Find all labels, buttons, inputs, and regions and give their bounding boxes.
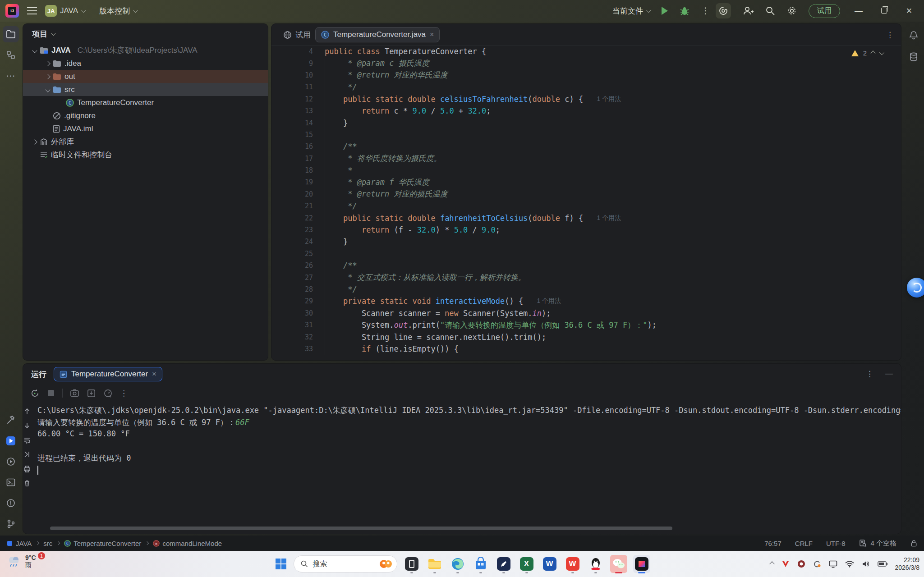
wifi-icon[interactable]	[845, 560, 854, 568]
code-line-13[interactable]: 13 return c * 9.0 / 5.0 + 32.0;	[271, 105, 901, 117]
tree-chevron-icon[interactable]	[45, 61, 50, 66]
code-editor[interactable]: 4public class TemperatureConverter { 9 *…	[271, 46, 901, 355]
stop-button[interactable]	[47, 389, 55, 397]
print-icon[interactable]	[23, 465, 31, 473]
code-line-10[interactable]: 10 * @return 对应的华氏温度	[271, 69, 901, 81]
chevron-down-icon[interactable]	[51, 31, 56, 36]
tree-chevron-icon[interactable]	[32, 139, 37, 144]
app-microsoft-store[interactable]	[472, 555, 489, 573]
code-line-23[interactable]: 23 return (f - 32.0) * 5.0 / 9.0;	[271, 224, 901, 236]
breadcrumb-item-commandlinemode[interactable]: mcommandLineMode	[153, 540, 222, 547]
close-tab-icon[interactable]: ×	[152, 370, 156, 379]
code-line-25[interactable]: 25	[271, 248, 901, 260]
app-qq[interactable]	[587, 555, 604, 573]
tray-expand-chevron[interactable]	[769, 561, 774, 566]
code-line-29[interactable]: 29 private static void interactiveMode()…	[271, 295, 901, 307]
run-configuration-selector[interactable]: 当前文件	[612, 6, 650, 16]
usages-hint[interactable]: 1 个用法	[537, 297, 561, 305]
code-line-27[interactable]: 27 * 交互式模式：从标准输入读取一行，解析并转换。	[271, 271, 901, 283]
project-tool-button[interactable]	[3, 26, 19, 42]
tree-item-java[interactable]: JAVAC:\Users\朱彦硕\IdeaProjects\JAVA	[23, 44, 268, 57]
app-file-explorer[interactable]	[426, 555, 443, 573]
more-tools-button[interactable]: ⋯	[3, 68, 19, 84]
indent-widget[interactable]: 4 个空格	[859, 539, 896, 548]
editor-options-kebab[interactable]: ⋮	[886, 30, 894, 40]
code-line-33[interactable]: 33 if (line.isEmpty()) {	[271, 343, 901, 355]
restore-button[interactable]	[877, 6, 891, 16]
usages-hint[interactable]: 1 个用法	[597, 214, 621, 222]
taskbar-search[interactable]: 搜索	[294, 555, 397, 572]
tree-item-temperatureconverter[interactable]: CTemperatureConverter	[23, 96, 268, 109]
app-edge[interactable]	[449, 555, 466, 573]
start-button[interactable]	[274, 557, 288, 571]
terminal-tool-button[interactable]	[3, 474, 19, 490]
scroll-up-icon[interactable]	[23, 407, 31, 415]
run-console-output[interactable]: C:\Users\朱彦硕\.jdks\openjdk-25.0.2\bin\ja…	[31, 402, 901, 487]
tree-item-java-iml[interactable]: JAVA.iml	[23, 122, 268, 135]
structure-tool-button[interactable]	[3, 47, 19, 63]
usages-hint[interactable]: 1 个用法	[597, 95, 621, 103]
inspections-widget[interactable]: 2	[851, 49, 883, 57]
tree-item-src[interactable]: src	[23, 83, 268, 96]
file-encoding[interactable]: UTF-8	[826, 540, 846, 547]
code-line-26[interactable]: 26 /**	[271, 260, 901, 271]
clear-console-icon[interactable]	[23, 479, 31, 487]
app-intellij-idea[interactable]	[633, 555, 650, 573]
settings-gear-icon[interactable]	[787, 6, 797, 16]
run-toolbar-kebab[interactable]: ⋮	[120, 389, 128, 398]
code-line-16[interactable]: 16 /**	[271, 141, 901, 152]
debug-button[interactable]	[680, 6, 690, 16]
tree-chevron-icon[interactable]	[45, 74, 50, 79]
app-wps[interactable]: W	[564, 555, 581, 573]
tray-antivirus-icon[interactable]	[781, 560, 790, 568]
ai-assistant-button[interactable]	[716, 3, 731, 18]
run-panel-kebab[interactable]: ⋮	[866, 369, 873, 379]
code-line-17[interactable]: 17 * 将华氏度转换为摄氏度。	[271, 153, 901, 165]
notifications-tool-button[interactable]	[906, 27, 922, 43]
code-line-21[interactable]: 21 */	[271, 200, 901, 212]
code-line-22[interactable]: 22 public static double fahrenheitToCels…	[271, 212, 901, 224]
line-separator[interactable]: CRLF	[795, 540, 813, 547]
profiler-icon[interactable]	[103, 389, 113, 398]
build-tool-button[interactable]	[3, 412, 19, 428]
breadcrumb-item-temperatureconverter[interactable]: CTemperatureConverter	[64, 540, 141, 547]
horizontal-scrollbar[interactable]	[50, 527, 672, 530]
tree-item--idea[interactable]: .idea	[23, 57, 268, 70]
more-actions-button[interactable]: ⋮	[701, 9, 704, 12]
tray-browser-icon[interactable]	[797, 560, 805, 568]
app-phone-link[interactable]	[403, 555, 420, 573]
code-line-28[interactable]: 28 */	[271, 284, 901, 295]
services-tool-button[interactable]	[3, 453, 19, 470]
import-snapshot-icon[interactable]	[87, 389, 96, 398]
run-button[interactable]	[662, 7, 668, 15]
code-line-9[interactable]: 9 * @param c 摄氏温度	[271, 57, 901, 69]
tray-monitor-icon[interactable]	[829, 560, 837, 568]
code-line-18[interactable]: 18 *	[271, 165, 901, 176]
tab-trial[interactable]: 试用	[283, 30, 311, 40]
run-tab-temperatureconverter[interactable]: TemperatureConverter ×	[54, 367, 162, 381]
scroll-to-end-icon[interactable]	[23, 450, 31, 458]
rerun-button[interactable]	[30, 389, 40, 398]
database-tool-button[interactable]	[906, 49, 922, 65]
caret-position[interactable]: 76:57	[764, 540, 781, 547]
volume-icon[interactable]	[862, 560, 870, 568]
app-word[interactable]: W	[541, 555, 558, 573]
weather-widget[interactable]: 9°C雨 1	[6, 554, 36, 568]
dump-threads-icon[interactable]	[70, 389, 79, 398]
search-icon[interactable]	[765, 6, 775, 16]
tree-item--[interactable]: 临时文件和控制台	[23, 148, 268, 161]
prev-issue-chevron[interactable]	[870, 50, 875, 55]
tree-chevron-icon[interactable]	[32, 48, 37, 53]
code-line-19[interactable]: 19 * @param f 华氏温度	[271, 176, 901, 188]
vcs-widget[interactable]: 版本控制	[99, 6, 137, 16]
tree-item-out[interactable]: out	[23, 70, 268, 83]
breadcrumb-item-src[interactable]: src	[43, 540, 52, 547]
breadcrumb-item-java[interactable]: JAVA	[6, 540, 32, 547]
code-line-30[interactable]: 30 Scanner scanner = new Scanner(System.…	[271, 307, 901, 319]
scroll-down-icon[interactable]	[23, 421, 31, 430]
tree-chevron-icon[interactable]	[45, 87, 50, 92]
problems-tool-button[interactable]	[3, 495, 19, 511]
code-line-15[interactable]: 15	[271, 129, 901, 141]
code-line-20[interactable]: 20 * @return 对应的摄氏温度	[271, 188, 901, 200]
code-line-12[interactable]: 12 public static double celsiusToFahrenh…	[271, 93, 901, 105]
